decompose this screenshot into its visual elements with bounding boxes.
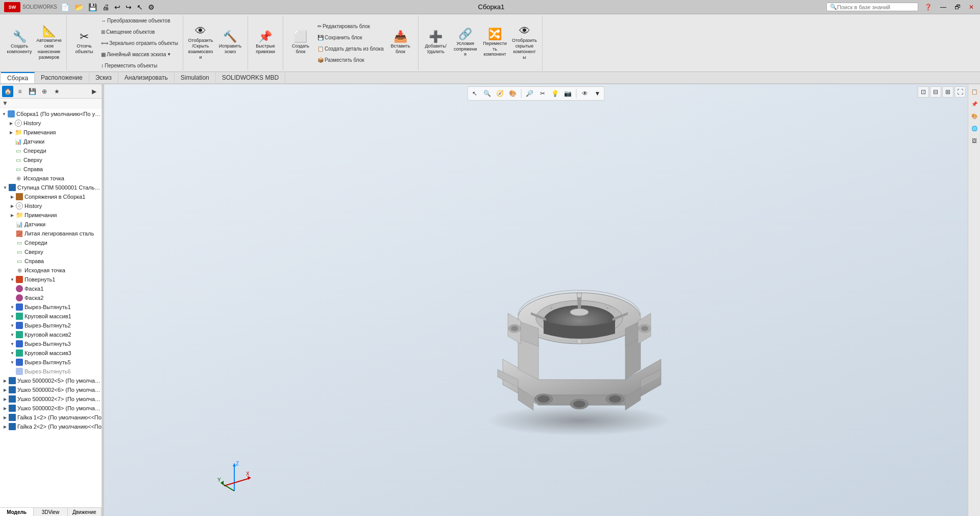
vp-btn-select[interactable]: ↖ — [469, 88, 480, 99]
tree-item-right2[interactable]: ▭ Справа — [0, 256, 102, 266]
select-icon[interactable]: ↖ — [135, 3, 144, 11]
minimize-button[interactable]: — — [938, 4, 948, 11]
vp-fullscreen-button[interactable]: ⛶ — [954, 86, 966, 98]
viewport[interactable]: ↖ 🔍 🧭 🎨 🔎 ✂ 💡 📷 👁 ▼ — [104, 84, 968, 516]
save-block-button[interactable]: 💾 Сохранить блок — [316, 32, 385, 42]
search-input[interactable] — [837, 4, 914, 10]
conditions-button[interactable]: 🔗 Условия сопряжения — [451, 25, 480, 61]
tree-expand-revolve1[interactable]: ▼ — [9, 276, 15, 283]
tree-item-top2[interactable]: ▭ Сверху — [0, 247, 102, 256]
tree-item-history1[interactable]: ▶ ⏱ History — [0, 119, 102, 128]
place-block-button[interactable]: 📦 Разместить блок — [316, 55, 385, 65]
tree-item-ear4[interactable]: ▶ Ушко 5000002<8> (По умолчанию — [0, 404, 102, 413]
tree-item-notes2[interactable]: ▶ 📁 Примечания — [0, 210, 102, 220]
show-hide-button[interactable]: 👁 Отобразить/Скрыть взаимосвязи — [186, 25, 215, 61]
tab-analyze[interactable]: Анализировать — [118, 73, 175, 83]
vp-split-h-button[interactable]: ⊟ — [930, 86, 941, 98]
tree-item-material1[interactable]: 🧱 Литая легированная сталь — [0, 229, 102, 238]
show-hidden-button[interactable]: 👁 Отобразить скрытые компоненты — [510, 25, 539, 61]
help-icon[interactable]: ❓ — [922, 4, 934, 11]
transform-button[interactable]: ↔ Преобразование объектов — [100, 15, 180, 26]
tree-item-ear1[interactable]: ▶ Ушко 5000002<5> (По умолчанию — [0, 376, 102, 385]
lb-tab-3dview[interactable]: 3DView — [34, 508, 67, 516]
add-remove-button[interactable]: ➕ Добавить/Удалить — [422, 25, 450, 61]
vp-btn-lights[interactable]: 💡 — [550, 88, 561, 99]
auto-dimension-button[interactable]: 📐 Автоматическое нанесение размеров — [35, 25, 63, 61]
tree-expand-extrude-cut1[interactable]: ▼ — [9, 304, 15, 310]
options-icon[interactable]: ⚙ — [146, 3, 156, 11]
tree-item-extrude-cut1[interactable]: ▼ Вырез-Вытянуть1 — [0, 302, 102, 312]
tree-expand-pattern3[interactable]: ▼ — [9, 350, 15, 356]
rp-btn-5[interactable]: 🖼 — [969, 135, 979, 146]
save-icon[interactable]: 💾 — [87, 3, 99, 11]
tree-item-pattern2[interactable]: ▼ Круговой массив2 — [0, 330, 102, 339]
tree-item-pattern1[interactable]: ▼ Круговой массив1 — [0, 312, 102, 321]
tab-layout[interactable]: Расположение — [35, 73, 89, 83]
tree-item-top1[interactable]: ▭ Сверху — [0, 155, 102, 165]
panel-btn-list[interactable]: ≡ — [14, 86, 26, 97]
tab-sketch[interactable]: Эскиз — [89, 73, 118, 83]
vp-btn-search[interactable]: 🔍 — [482, 88, 493, 99]
search-box[interactable]: 🔍 — [826, 3, 918, 11]
move-objects-button[interactable]: ↕ Переместить объекты — [100, 60, 180, 71]
tab-assembly[interactable]: Сборка — [1, 72, 35, 83]
tree-item-mates1[interactable]: ▶ Сопряжения в Сборка1 — [0, 192, 102, 201]
tree-item-right1[interactable]: ▭ Справа — [0, 165, 102, 174]
tree-expand-extrude-cut5[interactable]: ▼ — [9, 359, 15, 365]
print-icon[interactable]: 🖨 — [101, 3, 111, 11]
tree-item-extrude-cut5[interactable]: ▼ Вырез-Вытянуть5 — [0, 358, 102, 367]
tree-expand-ear4[interactable]: ▶ — [2, 405, 8, 411]
tree-expand-extrude-cut3[interactable]: ▼ — [9, 341, 15, 347]
tree-expand-notes2[interactable]: ▶ — [9, 212, 15, 218]
tab-simulation[interactable]: Simulation — [175, 73, 216, 83]
lb-tab-motion[interactable]: Движение — [68, 508, 102, 516]
tree-expand-ear2[interactable]: ▶ — [2, 387, 8, 393]
rp-btn-2[interactable]: 📌 — [969, 99, 979, 109]
tree-item-origin2[interactable]: ⊕ Исходная точка — [0, 266, 102, 275]
tree-item-origin1[interactable]: ⊕ Исходная точка — [0, 174, 102, 183]
tree-item-notes1[interactable]: ▶ 📁 Примечания — [0, 128, 102, 137]
tree-expand-ear3[interactable]: ▶ — [2, 396, 8, 402]
create-block-button[interactable]: ⬜ Создать блок — [286, 25, 315, 61]
tree-item-front2[interactable]: ▭ Спереди — [0, 238, 102, 247]
panel-btn-model[interactable]: 🏠 — [2, 86, 13, 97]
panel-btn-target[interactable]: ⊕ — [39, 86, 50, 97]
redo-icon[interactable]: ↪ — [124, 3, 133, 11]
new-icon[interactable]: 📄 — [59, 3, 71, 11]
vp-btn-view-orient[interactable]: 🧭 — [495, 88, 506, 99]
tree-expand-part1[interactable]: ▼ — [2, 184, 8, 191]
edit-block-button[interactable]: ✏ Редактировать блок — [316, 21, 385, 31]
tree-expand-history1[interactable]: ▶ — [8, 120, 14, 126]
vp-btn-section[interactable]: ✂ — [537, 88, 548, 99]
tree-item-sensors1[interactable]: 📊 Датчики — [0, 137, 102, 146]
tree-item-revolve1[interactable]: ▼ Повернуть1 — [0, 275, 102, 284]
tree-item-fillet1[interactable]: Фаска1 — [0, 284, 102, 293]
tree-expand-notes1[interactable]: ▶ — [8, 129, 14, 135]
tree-item-pattern3[interactable]: ▼ Круговой массив3 — [0, 348, 102, 358]
vp-btn-zoom[interactable]: 🔎 — [524, 88, 535, 99]
vp-btn-hide[interactable]: 👁 — [579, 88, 591, 99]
tree-item-extrude-cut6[interactable]: Вырез-Вытянуть6 — [0, 367, 102, 376]
rp-btn-4[interactable]: 🌐 — [969, 123, 979, 133]
undo-icon[interactable]: ↩ — [113, 3, 122, 11]
tree-item-front1[interactable]: ▭ Спереди — [0, 146, 102, 155]
tree-item-extrude-cut2[interactable]: ▼ Вырез-Вытянуть2 — [0, 321, 102, 330]
quick-snaps-button[interactable]: 📌 Быстрые привязки — [251, 25, 280, 61]
tree-item-part1[interactable]: ▼ Ступица СПМ 5000001 Сталь 45<2 — [0, 183, 102, 192]
tree-item-history2[interactable]: ▶ ⏱ History — [0, 201, 102, 210]
open-icon[interactable]: 📂 — [73, 3, 85, 11]
panel-btn-star[interactable]: ★ — [51, 86, 62, 97]
tree-expand-nut1[interactable]: ▶ — [2, 414, 8, 420]
filter-icon[interactable]: ▼ — [2, 100, 8, 107]
panel-btn-expand[interactable]: ▶ — [88, 86, 100, 97]
tree-item-extrude-cut3[interactable]: ▼ Вырез-Вытянуть3 — [0, 339, 102, 348]
vp-zoom-fit-button[interactable]: ⊡ — [918, 86, 929, 98]
linear-pattern-button[interactable]: ▦ Линейный массив эскиза ▼ — [100, 49, 180, 59]
tab-mbd[interactable]: SOLIDWORKS MBD — [216, 73, 285, 83]
lb-tab-model[interactable]: Модель — [0, 508, 34, 516]
rp-btn-3[interactable]: 🎨 — [969, 111, 979, 121]
fix-sketch-button[interactable]: 🔨 Исправить эскиз — [216, 25, 244, 61]
restore-button[interactable]: 🗗 — [952, 4, 963, 11]
cut-objects-button[interactable]: ✂ Отсечь объекты — [70, 25, 99, 61]
tree-expand-mates1[interactable]: ▶ — [9, 194, 15, 200]
